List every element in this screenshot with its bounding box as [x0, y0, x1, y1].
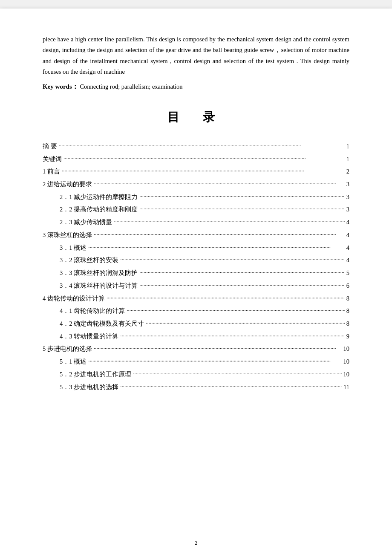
toc-item-label: 3 滚珠丝杠的选择 [43, 229, 92, 242]
toc-item: 2．1 减少运动件的摩擦阻力3 [43, 191, 349, 204]
toc-page-number: 1 [346, 140, 349, 153]
toc-item-label: 5．2 步进电机的工作原理 [60, 368, 131, 381]
keywords-label: Key words： [43, 83, 78, 90]
toc-page-number: 4 [346, 216, 349, 229]
toc-page-number: 5 [346, 267, 349, 280]
toc-item: 3．4 滚珠丝杆的设计与计算6 [43, 280, 349, 292]
toc-page-number: 10 [343, 368, 350, 381]
toc-page-number: 6 [346, 280, 349, 292]
toc-dots [63, 152, 345, 165]
toc-dots [88, 241, 345, 254]
toc-item: 摘 要1 [43, 140, 349, 153]
keywords-line: Key words： Connecting rod; parallelism; … [43, 81, 349, 92]
document-page: piece have a high center line parallelis… [0, 9, 392, 555]
toc-item: 5．1 概述10 [43, 356, 349, 368]
toc-item: 3．2 滚珠丝杆的安装4 [43, 254, 349, 267]
toc-item: 2．2 提高传动的精度和刚度3 [43, 203, 349, 216]
abstract-section: piece have a high center line parallelis… [43, 34, 349, 92]
toc-page-number: 8 [346, 292, 349, 305]
toc-item-label: 5．3 步进电机的选择 [60, 381, 118, 394]
toc-page-number: 9 [346, 330, 349, 343]
toc-item-label: 4．1 齿轮传动比的计算 [60, 305, 125, 318]
toc-dots [107, 292, 345, 304]
toc-item: 2 进给运动的要求 3 [43, 178, 349, 191]
toc-item-label: 2．3 减少传动惯量 [60, 216, 112, 229]
toc-item: 4 齿轮传动的设计计算 8 [43, 292, 349, 305]
toc-page-number: 2 [346, 165, 349, 178]
toc-item-label: 3．2 滚珠丝杆的安装 [60, 254, 118, 267]
toc-dots [94, 342, 342, 355]
toc-dots [94, 177, 345, 190]
toc-dots [133, 367, 341, 380]
toc-item: 4．1 齿轮传动比的计算8 [43, 305, 349, 318]
toc-dots [88, 355, 341, 367]
toc-item-label: 关键词 [43, 153, 62, 166]
toc-dots [146, 317, 345, 330]
toc-item-label: 4 齿轮传动的设计计算 [43, 292, 105, 305]
abstract-paragraph: piece have a high center line parallelis… [43, 34, 349, 78]
toc-page-number: 4 [346, 254, 349, 267]
toc-item-label: 1 前言 [43, 165, 60, 178]
toc-item-label: 5 步进电机的选择 [43, 343, 92, 356]
toc-page-number: 1 [346, 153, 349, 166]
toc-item: 4．3 转动惯量的计算9 [43, 330, 349, 343]
toc-dots [120, 330, 345, 342]
toc-page-number: 4 [346, 242, 349, 254]
toc-page-number: 4 [346, 229, 349, 242]
toc-item: 关键词1 [43, 153, 349, 166]
page-number: 2 [0, 540, 392, 546]
toc-item: 4．2 确定齿轮模数及有关尺寸8 [43, 318, 349, 330]
toc-page-number: 3 [346, 203, 349, 216]
toc-dots [94, 228, 345, 241]
toc-item: 3．1 概述4 [43, 242, 349, 254]
toc-dots [120, 380, 342, 393]
toc-dots [127, 304, 345, 317]
toc-item-label: 5．1 概述 [60, 356, 86, 368]
toc-item-label: 2．2 提高传动的精度和刚度 [60, 203, 138, 216]
toc-page-number: 10 [343, 343, 350, 356]
toc-item: 3 滚珠丝杠的选择 4 [43, 229, 349, 242]
toc-dots [114, 215, 345, 228]
toc-title: 目 录 [43, 109, 349, 125]
toc-item-label: 摘 要 [43, 140, 57, 153]
toc-dots [59, 139, 345, 152]
toc-page-number: 3 [346, 191, 349, 204]
toc-page-number: 3 [346, 178, 349, 191]
table-of-contents: 摘 要1关键词11 前言22 进给运动的要求 32．1 减少运动件的摩擦阻力32… [43, 140, 349, 393]
toc-page-number: 8 [346, 305, 349, 318]
toc-item-label: 2 进给运动的要求 [43, 178, 92, 191]
toc-item: 5．2 步进电机的工作原理10 [43, 368, 349, 381]
toc-item: 1 前言2 [43, 165, 349, 178]
toc-dots [62, 165, 345, 177]
toc-item-label: 3．1 概述 [60, 242, 86, 254]
toc-page-number: 11 [343, 381, 349, 394]
toc-item: 5．3 步进电机的选择11 [43, 381, 349, 394]
toc-page-number: 8 [346, 318, 349, 330]
toc-item: 5 步进电机的选择10 [43, 343, 349, 356]
toc-item-label: 4．2 确定齿轮模数及有关尺寸 [60, 318, 144, 330]
keywords-content: Connecting rod; parallelism; examination [80, 83, 182, 90]
toc-dots [120, 253, 345, 266]
toc-item-label: 3．3 滚珠丝杆的润滑及防护 [60, 267, 138, 280]
toc-item: 2．3 减少传动惯量4 [43, 216, 349, 229]
toc-item: 3．3 滚珠丝杆的润滑及防护5 [43, 267, 349, 280]
toc-dots [139, 279, 345, 292]
toc-item-label: 4．3 转动惯量的计算 [60, 330, 118, 343]
toc-page-number: 10 [343, 356, 350, 368]
toc-dots [139, 202, 345, 215]
toc-dots [139, 266, 345, 279]
toc-item-label: 2．1 减少运动件的摩擦阻力 [60, 191, 138, 204]
toc-dots [139, 190, 345, 203]
toc-item-label: 3．4 滚珠丝杆的设计与计算 [60, 280, 138, 292]
